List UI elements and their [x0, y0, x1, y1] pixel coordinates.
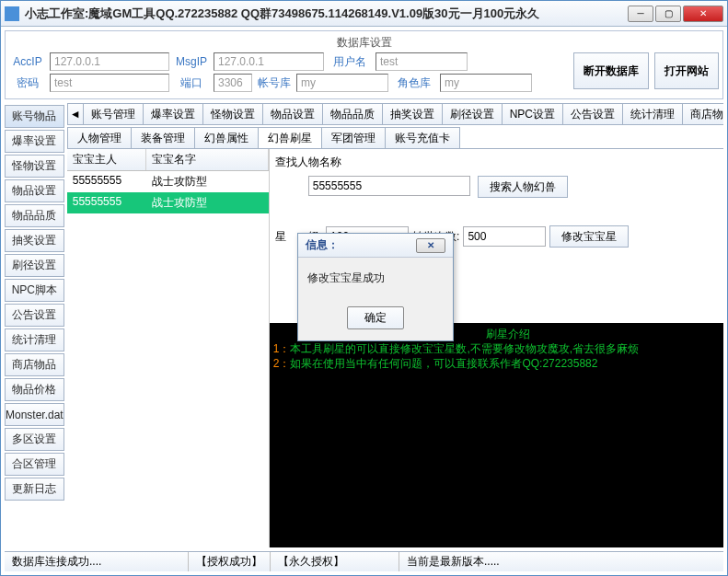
- dialog-ok-button[interactable]: 确定: [347, 306, 404, 329]
- search-label: 查找人物名称: [275, 155, 723, 170]
- info-dialog: 信息： ✕ 修改宝宝星成功 确定: [297, 233, 454, 341]
- accdb-label: 帐号库: [256, 75, 293, 91]
- console-line-1: 1：本工具刷星的可以直接修改宝宝星数,不需要修改物攻魔攻,省去很多麻烦: [273, 341, 723, 356]
- tab-5[interactable]: 抽奖设置: [382, 103, 443, 124]
- tabs-scroll-left[interactable]: ◄: [67, 103, 84, 124]
- status-license: 【永久授权】: [271, 552, 399, 571]
- pet-list-panel: 宝宝主人 宝宝名字 55555555战士攻防型55555555战士攻防型: [67, 149, 270, 547]
- roledb-input[interactable]: [440, 74, 532, 92]
- list-row[interactable]: 55555555战士攻防型: [67, 171, 269, 192]
- window-title: 小志工作室:魔域GM工具QQ.272235882 QQ群73498675.114…: [25, 6, 628, 22]
- primary-tabs: ◄账号管理爆率设置怪物设置物品设置物品品质抽奖设置刷径设置NPC设置公告设置统计…: [67, 103, 723, 125]
- tab-2[interactable]: 怪物设置: [202, 103, 263, 124]
- sidebar-item-8[interactable]: 公告设置: [5, 304, 64, 327]
- col-owner: 宝宝主人: [67, 149, 146, 170]
- modify-star-button[interactable]: 修改宝宝星: [549, 225, 629, 248]
- subtab-2[interactable]: 幻兽属性: [194, 127, 259, 148]
- right-panel: 查找人物名称 搜索人物幻兽 星 级: 转世次数: 修改宝宝星: [270, 149, 723, 547]
- open-website-button[interactable]: 打开网站: [654, 52, 719, 89]
- tab-7[interactable]: NPC设置: [502, 103, 563, 124]
- subtab-1[interactable]: 装备管理: [131, 127, 195, 148]
- dialog-titlebar: 信息： ✕: [298, 234, 453, 258]
- subtab-0[interactable]: 人物管理: [67, 127, 132, 148]
- tab-0[interactable]: 账号管理: [83, 103, 144, 124]
- db-panel-title: 数据库设置: [9, 35, 719, 52]
- subtab-4[interactable]: 军团管理: [321, 127, 386, 148]
- sidebar-item-4[interactable]: 物品品质: [5, 204, 64, 227]
- accip-label: AccIP: [9, 55, 46, 68]
- accdb-input[interactable]: [296, 74, 388, 92]
- sidebar-item-3[interactable]: 物品设置: [5, 179, 64, 202]
- sidebar-item-6[interactable]: 刷径设置: [5, 254, 64, 277]
- tab-6[interactable]: 刷径设置: [442, 103, 503, 124]
- tab-10[interactable]: 商店物: [682, 103, 723, 124]
- sidebar-item-2[interactable]: 怪物设置: [5, 155, 64, 178]
- app-icon: [5, 6, 19, 21]
- sidebar-item-9[interactable]: 统计清理: [5, 328, 64, 351]
- console-line-2: 2：如果在使用当中有任何问题，可以直接联系作者QQ:272235882: [273, 356, 723, 371]
- tab-3[interactable]: 物品设置: [262, 103, 323, 124]
- roledb-label: 角色库: [392, 75, 436, 91]
- secondary-tabs: 人物管理装备管理幻兽属性幻兽刷星军团管理账号充值卡: [67, 127, 723, 149]
- rebirth-input[interactable]: [463, 226, 546, 247]
- msgip-label: MsgIP: [173, 55, 210, 68]
- maximize-button[interactable]: ▢: [655, 6, 681, 22]
- subtab-5[interactable]: 账号充值卡: [385, 127, 460, 148]
- sidebar-item-12[interactable]: Monster.dat: [5, 403, 64, 426]
- tab-1[interactable]: 爆率设置: [143, 103, 203, 124]
- port-input[interactable]: [214, 74, 252, 92]
- close-button[interactable]: ✕: [683, 6, 723, 22]
- port-label: 端口: [173, 75, 210, 91]
- tab-8[interactable]: 公告设置: [562, 103, 623, 124]
- sidebar-item-11[interactable]: 物品价格: [5, 378, 64, 401]
- sidebar-item-14[interactable]: 合区管理: [5, 453, 64, 476]
- status-db: 数据库连接成功....: [5, 552, 189, 571]
- user-label: 用户名: [328, 54, 372, 70]
- sidebar-item-0[interactable]: 账号物品: [5, 105, 64, 128]
- msgip-input[interactable]: [214, 52, 324, 71]
- user-input[interactable]: [376, 52, 468, 71]
- list-row[interactable]: 55555555战士攻防型: [67, 192, 269, 213]
- col-name: 宝宝名字: [146, 149, 269, 170]
- subtab-3[interactable]: 幻兽刷星: [258, 127, 322, 148]
- sidebar-item-15[interactable]: 更新日志: [5, 478, 64, 501]
- sidebar-item-7[interactable]: NPC脚本: [5, 279, 64, 302]
- search-button[interactable]: 搜索人物幻兽: [478, 176, 568, 198]
- console-panel: 刷星介绍 1：本工具刷星的可以直接修改宝宝星数,不需要修改物攻魔攻,省去很多麻烦…: [270, 323, 723, 547]
- sidebar: 账号物品爆率设置怪物设置物品设置物品品质抽奖设置刷径设置NPC脚本公告设置统计清…: [5, 103, 64, 547]
- title-bar: 小志工作室:魔域GM工具QQ.272235882 QQ群73498675.114…: [1, 1, 727, 27]
- search-input[interactable]: [308, 176, 470, 196]
- status-version: 当前是最新版本.....: [399, 552, 723, 571]
- sidebar-item-5[interactable]: 抽奖设置: [5, 229, 64, 252]
- minimize-button[interactable]: ─: [628, 6, 653, 22]
- sidebar-item-1[interactable]: 爆率设置: [5, 130, 64, 153]
- sidebar-item-10[interactable]: 商店物品: [5, 353, 64, 376]
- pwd-label: 密码: [9, 75, 46, 91]
- list-header: 宝宝主人 宝宝名字: [67, 149, 269, 171]
- dialog-close-button[interactable]: ✕: [416, 238, 445, 253]
- window-controls: ─ ▢ ✕: [628, 6, 723, 22]
- status-bar: 数据库连接成功.... 【授权成功】 【永久授权】 当前是最新版本.....: [5, 551, 723, 571]
- dialog-message: 修改宝宝星成功: [298, 258, 453, 299]
- work-area: 宝宝主人 宝宝名字 55555555战士攻防型55555555战士攻防型 查找人…: [67, 149, 723, 547]
- disconnect-db-button[interactable]: 断开数据库: [573, 52, 649, 89]
- tab-4[interactable]: 物品品质: [322, 103, 383, 124]
- accip-input[interactable]: [50, 52, 169, 71]
- status-auth: 【授权成功】: [189, 552, 271, 571]
- tab-9[interactable]: 统计清理: [622, 103, 683, 124]
- dialog-title: 信息：: [306, 237, 339, 253]
- sidebar-item-13[interactable]: 多区设置: [5, 428, 64, 451]
- database-panel: 数据库设置 AccIP MsgIP 用户名 密码 端口: [5, 30, 723, 99]
- pwd-input[interactable]: [50, 74, 169, 92]
